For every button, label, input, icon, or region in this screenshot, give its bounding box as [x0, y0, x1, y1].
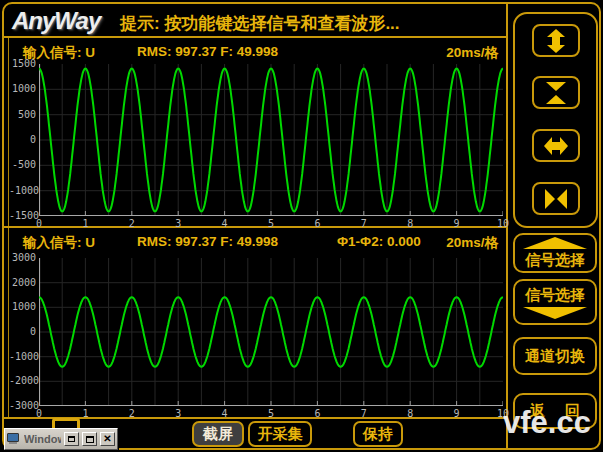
- y-axis-tick-label: -3000: [9, 400, 36, 411]
- vfe-watermark: vfe.cc: [503, 405, 591, 441]
- close-button[interactable]: ✕: [100, 432, 115, 446]
- window-title: Windows ...: [24, 433, 61, 445]
- signal-label: 输入信号: U: [23, 234, 95, 252]
- signal-select-up-label: 信号选择: [525, 251, 585, 270]
- maximize-button[interactable]: [82, 432, 97, 446]
- hold-button[interactable]: 保持: [353, 421, 403, 447]
- zoom-button-group: [513, 12, 598, 228]
- y-axis-tick-label: -500: [9, 159, 36, 170]
- y-axis-tick-label: 500: [9, 109, 36, 120]
- triangle-up-icon: [523, 237, 587, 249]
- waveform-panel-top: 输入信号: U RMS: 997.37 F: 49.998 20ms/格 150…: [9, 38, 506, 226]
- compress-horizontal-button[interactable]: [532, 182, 580, 215]
- y-axis-tick-label: 1000: [9, 301, 36, 312]
- y-axis-tick-label: 1000: [9, 83, 36, 94]
- signal-select-down-label: 信号选择: [525, 286, 585, 305]
- screenshot-button[interactable]: 截屏: [192, 421, 244, 447]
- compress-vertical-button[interactable]: [532, 76, 580, 109]
- timebase-label: 20ms/格: [446, 234, 498, 252]
- y-axis-tick-label: 2000: [9, 277, 36, 288]
- signal-select-up-button[interactable]: 信号选择: [513, 233, 597, 273]
- maximize-icon: [86, 436, 94, 443]
- anyway-logo: AnyWay: [12, 7, 100, 35]
- signal-label: 输入信号: U: [23, 44, 95, 62]
- phase-readout: Φ1-Φ2: 0.000: [337, 234, 421, 249]
- compress-horizontal-icon: [543, 187, 569, 211]
- y-axis-tick-label: 0: [9, 134, 36, 145]
- waveform-chart-top: [39, 64, 503, 216]
- waveform-panel-bottom: 输入信号: U RMS: 997.37 F: 49.998 Φ1-Φ2: 0.0…: [9, 228, 506, 417]
- start-acquisition-button[interactable]: 开采集: [248, 421, 312, 447]
- expand-horizontal-button[interactable]: [532, 129, 580, 162]
- y-axis-tick-label: -1500: [9, 210, 36, 221]
- expand-vertical-button[interactable]: [532, 24, 580, 57]
- oscilloscope-screen: { "window": { "logo": "AnyWay", "title":…: [0, 0, 603, 452]
- channel-switch-label: 通道切换: [525, 347, 585, 366]
- close-icon: ✕: [103, 434, 111, 444]
- timebase-label: 20ms/格: [446, 44, 498, 62]
- hint-text: 提示: 按功能键选择信号和查看波形...: [120, 12, 400, 35]
- y-axis-tick-label: -1000: [9, 351, 36, 362]
- compress-vertical-icon: [543, 81, 569, 105]
- rms-frequency-readout: RMS: 997.37 F: 49.998: [137, 44, 278, 59]
- y-axis-tick-label: -2000: [9, 375, 36, 386]
- restore-icon: [68, 436, 75, 442]
- restore-button[interactable]: [64, 432, 79, 446]
- rms-frequency-readout: RMS: 997.37 F: 49.998: [137, 234, 278, 249]
- windows-titlebar[interactable]: Windows ... ✕: [4, 428, 118, 450]
- expand-horizontal-icon: [543, 134, 569, 158]
- y-axis-tick-label: 3000: [9, 252, 36, 263]
- y-axis-tick-label: -1000: [9, 185, 36, 196]
- start-acquisition-label: 开采集: [258, 425, 303, 444]
- hold-label: 保持: [363, 425, 393, 444]
- screenshot-label: 截屏: [203, 425, 233, 444]
- computer-icon: [7, 433, 21, 445]
- triangle-down-icon: [523, 307, 587, 319]
- y-axis-tick-label: 0: [9, 326, 36, 337]
- signal-select-down-button[interactable]: 信号选择: [513, 279, 597, 325]
- channel-switch-button[interactable]: 通道切换: [513, 337, 597, 375]
- expand-vertical-icon: [543, 29, 569, 53]
- waveform-chart-bottom: [39, 258, 503, 406]
